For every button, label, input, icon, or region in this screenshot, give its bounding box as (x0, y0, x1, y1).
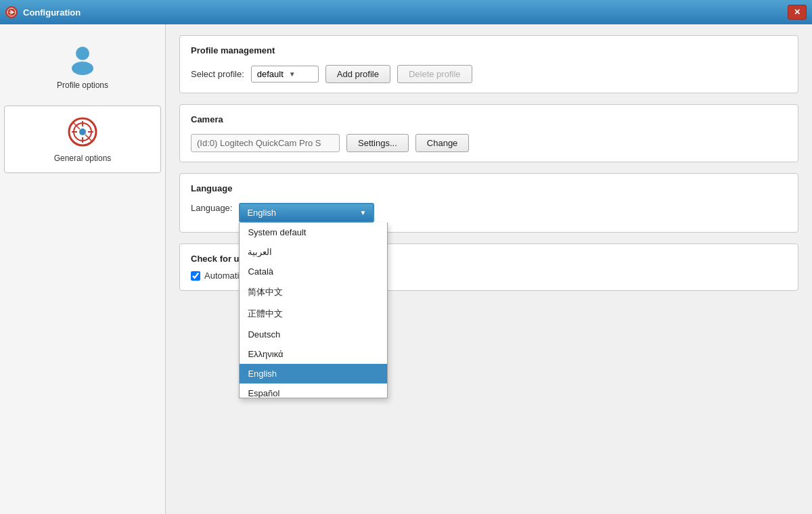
close-button[interactable]: ✕ (788, 5, 807, 20)
svg-point-3 (72, 62, 93, 75)
general-icon (66, 116, 99, 148)
dropdown-item-catalan[interactable]: Català (240, 262, 387, 281)
title-bar: Configuration ✕ (0, 0, 812, 24)
language-selected-text: English (247, 208, 354, 218)
language-dropdown-arrow-icon: ▼ (360, 209, 367, 216)
select-profile-label: Select profile: (191, 69, 244, 79)
svg-point-2 (76, 47, 89, 60)
general-options-label: General options (54, 154, 112, 163)
language-selected-display[interactable]: English ▼ (239, 203, 374, 223)
title-bar-left: Configuration (5, 6, 81, 18)
dropdown-item-arabic[interactable]: العربية (240, 242, 387, 262)
camera-settings-button[interactable]: Settings... (346, 134, 409, 152)
sidebar-item-general-options[interactable]: General options (4, 106, 161, 173)
title-text: Configuration (23, 7, 81, 18)
language-row: Language: English ▼ System default العرب… (191, 203, 787, 223)
sidebar-item-profile-options[interactable]: Profile options (4, 32, 161, 100)
dropdown-item-deutsch[interactable]: Deutsch (240, 325, 387, 344)
camera-title: Camera (191, 114, 787, 124)
svg-point-10 (79, 128, 86, 135)
dropdown-item-espanol[interactable]: Español (240, 383, 387, 398)
dropdown-item-system-default[interactable]: System default (240, 223, 387, 242)
dropdown-arrow-icon: ▼ (289, 70, 296, 78)
profile-icon (66, 43, 99, 75)
delete-profile-button[interactable]: Delete profile (397, 65, 472, 83)
selected-profile-value: default (257, 69, 284, 79)
dropdown-item-traditional-chinese[interactable]: 正體中文 (240, 303, 387, 325)
language-title: Language (191, 183, 787, 193)
language-select-container: English ▼ System default العربية Català … (239, 203, 374, 223)
auto-check-checkbox[interactable] (191, 271, 200, 281)
dropdown-item-english[interactable]: English (240, 364, 387, 383)
profile-select-dropdown[interactable]: default ▼ (251, 66, 319, 83)
camera-row: (Id:0) Logitech QuickCam Pro S Settings.… (191, 134, 787, 152)
camera-section: Camera (Id:0) Logitech QuickCam Pro S Se… (179, 104, 798, 162)
language-label: Language: (191, 203, 232, 213)
language-section: Language Language: English ▼ System defa… (179, 173, 798, 233)
profile-options-label: Profile options (57, 80, 108, 90)
profile-management-title: Profile management (191, 45, 787, 55)
app-icon (5, 6, 18, 18)
right-panel: Profile management Select profile: defau… (166, 24, 812, 514)
profile-management-section: Profile management Select profile: defau… (179, 35, 798, 93)
language-dropdown: System default العربية Català 简体中文 正體中文 … (239, 223, 388, 398)
sidebar: Profile options General options (0, 24, 166, 514)
dropdown-item-simplified-chinese[interactable]: 简体中文 (240, 281, 387, 303)
main-content: Profile options General options Profile … (0, 24, 812, 514)
camera-input: (Id:0) Logitech QuickCam Pro S (191, 134, 340, 152)
profile-row: Select profile: default ▼ Add profile De… (191, 65, 787, 83)
dropdown-item-greek[interactable]: Ελληνικά (240, 344, 387, 364)
camera-change-button[interactable]: Change (415, 134, 470, 152)
add-profile-button[interactable]: Add profile (325, 65, 390, 83)
